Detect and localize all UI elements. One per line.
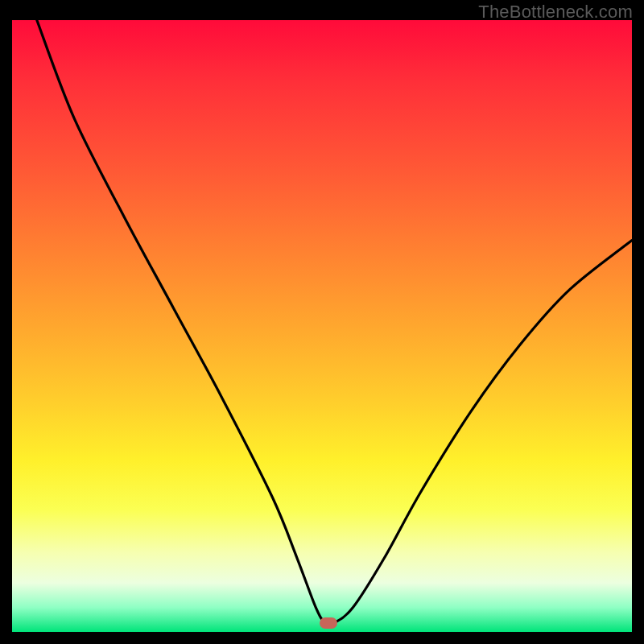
chart-frame: TheBottleneck.com — [0, 0, 644, 644]
bottleneck-curve — [37, 20, 632, 625]
plot-area — [12, 20, 632, 632]
optimum-marker — [320, 617, 337, 629]
curve-svg — [12, 20, 632, 632]
